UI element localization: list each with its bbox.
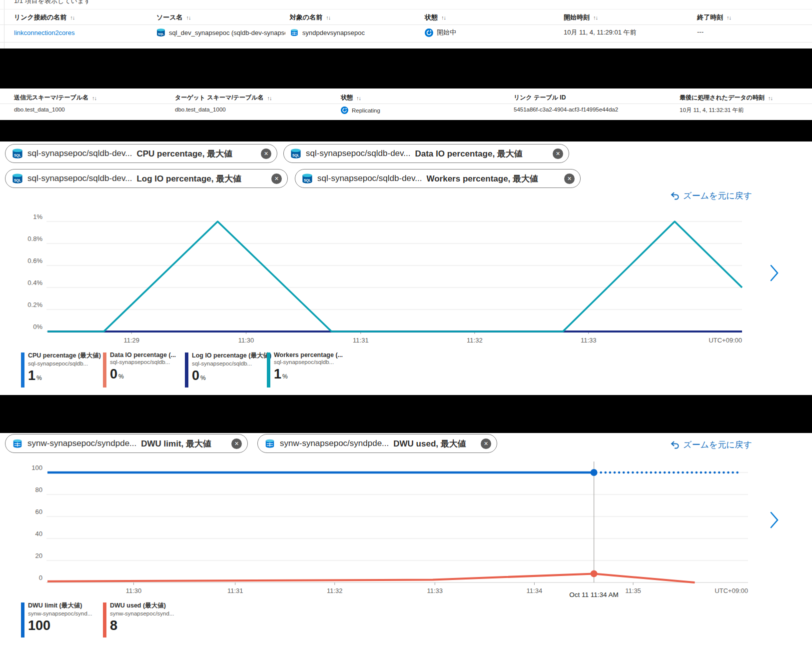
legend-card-dwu-limit[interactable]: DWU limit (最大値) synw-synapsepoc/synd... … — [21, 602, 101, 640]
t1-header-link-connection-name[interactable]: リンク接続の名前↑↓ — [14, 13, 74, 22]
divider — [0, 104, 812, 104]
pill-metric: DWU used, 最大値 — [393, 438, 466, 450]
legend-card-cpu-percentage[interactable]: CPU percentage (最大値) sql-synapsepoc/sqld… — [21, 352, 101, 390]
legend-card-dwu-used[interactable]: DWU used (最大値) synw-synapsepoc/synd... 8 — [103, 602, 183, 640]
sort-icon: ↑↓ — [593, 14, 598, 20]
chevron-right-icon[interactable] — [770, 264, 780, 282]
svg-text:SQL: SQL — [14, 178, 21, 182]
data-point-marker — [591, 570, 598, 577]
close-icon[interactable]: × — [231, 438, 242, 449]
legend-value: 8 — [110, 619, 183, 632]
t1-header-target-name[interactable]: 対象の名前↑↓ — [290, 13, 330, 22]
metric-pill-cpu-percentage[interactable]: SQL sql-synapsepoc/sqldb-dev... CPU perc… — [5, 144, 277, 163]
legend-value: 1% — [28, 369, 101, 382]
pill-resource: sql-synapsepoc/sqldb-dev... — [317, 174, 422, 184]
pill-resource: sql-synapsepoc/sqldb-dev... — [27, 148, 132, 158]
t1-header-source-name[interactable]: ソース名↑↓ — [156, 13, 191, 22]
legend-color-bar — [21, 352, 24, 388]
undo-icon — [670, 191, 680, 201]
metric-pill-dwu-used[interactable]: synw-synapsepoc/syndpde... DWU used, 最大値… — [257, 434, 497, 453]
divider — [0, 42, 812, 42]
pill-metric: DWU limit, 最大値 — [141, 438, 211, 450]
separator-band-2 — [0, 120, 812, 142]
pill-metric: Workers percentage, 最大値 — [426, 173, 538, 184]
legend-title: DWU used (最大値) — [110, 602, 183, 610]
legend-card-workers-percentage[interactable]: Workers percentage (... sql-synapsepoc/s… — [267, 352, 347, 390]
y-tick-label: 0% — [33, 323, 42, 330]
t1-source-name-cell: SQL sql_dev_synapsepoc (sqldb-dev-synaps… — [156, 28, 285, 37]
y-tick-label: 20 — [35, 552, 42, 560]
metric-pill-dwu-limit[interactable]: synw-synapsepoc/syndpde... DWU limit, 最大… — [5, 434, 248, 453]
metric-pill-data-io-percentage[interactable]: SQL sql-synapsepoc/sqldb-dev... Data IO … — [283, 144, 569, 163]
close-icon[interactable]: × — [481, 438, 491, 449]
metric-pill-log-io-percentage[interactable]: SQL sql-synapsepoc/sqldb-dev... Log IO p… — [5, 169, 288, 188]
legend-title: Workers percentage (... — [274, 352, 347, 358]
y-tick-label: 0.2% — [27, 301, 42, 308]
y-tick-label: 80 — [35, 486, 42, 494]
sort-icon: ↑↓ — [186, 14, 191, 20]
legend-title: CPU percentage (最大値) — [28, 352, 101, 360]
t2-link-table-id-cell: 5451a86f-c3a2-4904-acf3-f14995e44da2 — [514, 106, 618, 112]
t1-status-cell: 開始中 — [425, 28, 456, 37]
legend-color-bar — [103, 602, 106, 638]
synapse-pool-icon — [264, 438, 275, 449]
t2-target-schema-cell: dbo.test_data_1000 — [175, 106, 226, 112]
reset-zoom-button-1[interactable]: ズームを元に戻す — [670, 190, 752, 202]
legend-card-data-io-percentage[interactable]: Data IO percentage (... sql-synapsepoc/s… — [103, 352, 183, 390]
sort-icon: ↑↓ — [70, 14, 74, 20]
y-tick-label: 0.4% — [27, 279, 42, 286]
in-progress-icon — [425, 28, 433, 37]
pill-resource: synw-synapsepoc/syndpde... — [27, 438, 136, 448]
t2-header-status[interactable]: 状態↑↓ — [341, 94, 361, 102]
x-tick-label: 11:34 — [527, 587, 543, 594]
pill-resource: sql-synapsepoc/sqldb-dev... — [306, 148, 410, 158]
ruler-timestamp-label: Oct 11 11:34 AM — [569, 591, 619, 598]
close-icon[interactable]: × — [553, 148, 563, 159]
metric-pill-workers-percentage[interactable]: SQL sql-synapsepoc/sqldb-dev... Workers … — [295, 169, 581, 188]
dwu-metrics-chart[interactable]: 10080604020011:3011:3111:3211:3311:3411:… — [25, 459, 755, 604]
t1-header-end-time[interactable]: 終了時刻↑↓ — [697, 13, 731, 22]
x-tick-label: 11:33 — [427, 587, 443, 594]
pill-metric: Log IO percentage, 最大値 — [136, 173, 241, 184]
t2-header-target-schema[interactable]: ターゲット スキーマ/テーブル名↑↓ — [175, 94, 271, 102]
x-tick-label: 11:32 — [327, 587, 343, 594]
t2-header-link-table-id: リンク テーブル ID — [514, 94, 566, 102]
synapse-pool-icon — [290, 28, 299, 37]
close-icon[interactable]: × — [564, 174, 575, 184]
pill-metric: Data IO percentage, 最大値 — [415, 148, 522, 160]
x-tick-label: 11:32 — [467, 336, 483, 344]
x-tick-label: 11:30 — [126, 587, 142, 594]
sql-metrics-chart[interactable]: 1%0.8%0.6%0.4%0.2%0%11:2911:3011:3111:32… — [25, 212, 755, 348]
legend-title: DWU limit (最大値) — [28, 602, 101, 610]
legend-color-bar — [267, 352, 270, 388]
separator-band-3 — [0, 395, 812, 433]
x-tick-label: 11:35 — [625, 587, 641, 594]
divider — [0, 24, 812, 25]
t2-source-schema-cell: dbo.test_data_1000 — [14, 106, 65, 112]
legend-title: Data IO percentage (... — [110, 352, 183, 358]
legend-card-log-io-percentage[interactable]: Log IO percentage (最大値) sql-synapsepoc/s… — [185, 352, 265, 390]
y-tick-label: 100 — [31, 464, 42, 472]
close-icon[interactable]: × — [261, 148, 271, 159]
timezone-label: UTC+09:00 — [715, 587, 748, 594]
legend-subtitle: synw-synapsepoc/synd... — [28, 610, 101, 616]
y-tick-label: 0.6% — [27, 257, 42, 264]
x-tick-label: 11:31 — [353, 336, 369, 344]
y-tick-label: 1% — [33, 213, 42, 220]
t2-header-source-schema[interactable]: 送信元スキーマ/テーブル名↑↓ — [14, 94, 96, 102]
synapse-pool-icon — [12, 438, 23, 449]
x-tick-label: 11:29 — [123, 336, 139, 344]
items-count-text: 1/1 項目を表示しています — [14, 0, 91, 6]
series-line — [47, 222, 742, 332]
legend-value: 0% — [110, 368, 183, 381]
reset-zoom-button-2[interactable]: ズームを元に戻す — [670, 439, 752, 450]
t1-header-status[interactable]: 状態↑↓ — [425, 13, 446, 22]
close-icon[interactable]: × — [271, 174, 282, 184]
t1-header-start-time[interactable]: 開始時刻↑↓ — [564, 13, 598, 22]
t2-header-last-processed[interactable]: 最後に処理されたデータの時刻↑↓ — [680, 94, 773, 102]
svg-text:SQL: SQL — [158, 32, 164, 36]
legend-subtitle: sql-synapsepoc/sqldb... — [274, 359, 347, 365]
chevron-right-icon[interactable] — [770, 511, 780, 529]
link-connection-link[interactable]: linkconnection2cores — [14, 29, 74, 36]
pill-metric: CPU percentage, 最大値 — [136, 148, 232, 160]
